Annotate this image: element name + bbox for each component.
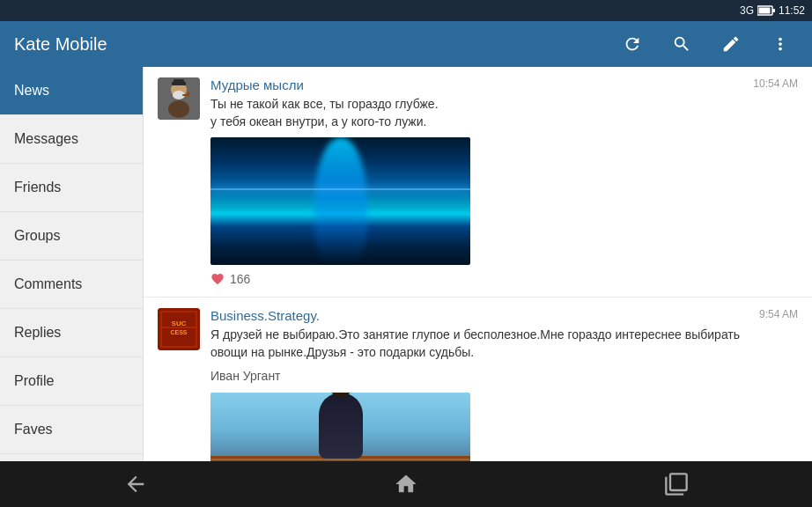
status-bar: 3G 11:52: [0, 0, 812, 21]
status-icons: 3G 11:52: [740, 4, 805, 17]
post-2-time: 9:54 AM: [759, 308, 798, 320]
like-count: 166: [230, 272, 250, 286]
battery-icon: [757, 5, 775, 16]
title-bar: Kate Mobile: [0, 21, 812, 67]
sidebar-item-profile[interactable]: Profile: [0, 357, 143, 406]
recents-button[interactable]: [646, 465, 706, 503]
home-button[interactable]: [376, 465, 436, 503]
app-title: Kate Mobile: [14, 34, 601, 55]
post-2-attribution: Иван Ургант: [210, 368, 798, 386]
svg-rect-2: [758, 8, 770, 14]
svg-rect-1: [772, 9, 775, 12]
underwater-image: [210, 137, 470, 265]
bottom-nav: [0, 461, 812, 507]
post-2-text: Я друзей не выбираю.Это занятие глупое и…: [210, 327, 752, 361]
post-1-image: [210, 137, 470, 265]
svg-rect-8: [188, 92, 189, 96]
bricks-image: [210, 393, 470, 461]
sidebar-item-faves[interactable]: Faves: [0, 406, 143, 454]
sidebar: News Messages Friends Groups Comments Re…: [0, 67, 144, 461]
light-beam: [314, 137, 367, 265]
main-content: News Messages Friends Groups Comments Re…: [0, 67, 812, 461]
feed: Мудрые мысли Ты не такой как все, ты гор…: [144, 67, 812, 461]
svg-rect-10: [173, 79, 184, 84]
post-2-header: SUC CESS Business.Strategy. Я друзей не …: [158, 308, 798, 361]
svg-text:CESS: CESS: [170, 329, 187, 335]
post-1: Мудрые мысли Ты не такой как все, ты гор…: [144, 67, 812, 298]
post-1-text: Ты не такой как все, ты гораздо глубже.у…: [210, 96, 746, 130]
sidebar-item-replies[interactable]: Replies: [0, 309, 143, 357]
sidebar-item-messages[interactable]: Messages: [0, 115, 143, 164]
post-2: SUC CESS Business.Strategy. Я друзей не …: [144, 298, 812, 461]
post-1-time: 10:54 AM: [753, 77, 798, 90]
post-2-author[interactable]: Business.Strategy.: [210, 308, 752, 323]
post-1-header: Мудрые мысли Ты не такой как все, ты гор…: [158, 77, 798, 130]
water-surface: [210, 188, 470, 190]
post-1-likes[interactable]: 166: [210, 272, 798, 286]
sidebar-item-news[interactable]: News: [0, 67, 143, 115]
sidebar-item-friends[interactable]: Friends: [0, 164, 143, 212]
clock: 11:52: [779, 4, 805, 17]
avatar-image: [158, 77, 200, 120]
sidebar-item-comments[interactable]: Comments: [0, 261, 143, 309]
back-button[interactable]: [106, 465, 166, 503]
svg-text:SUC: SUC: [172, 320, 187, 327]
like-icon: [210, 272, 225, 286]
post-2-avatar: SUC CESS: [158, 308, 200, 350]
post-1-meta: Мудрые мысли Ты не такой как все, ты гор…: [210, 77, 746, 130]
post-1-avatar: [158, 77, 200, 120]
post-1-author[interactable]: Мудрые мысли: [210, 77, 746, 92]
post-2-meta: Business.Strategy. Я друзей не выбираю.Э…: [210, 308, 752, 361]
post-2-image: [210, 393, 470, 461]
search-button[interactable]: [664, 26, 699, 62]
more-menu-button[interactable]: [763, 26, 798, 62]
compose-button[interactable]: [713, 26, 749, 62]
svg-point-5: [168, 100, 189, 118]
person-torso: [319, 393, 363, 459]
network-indicator: 3G: [740, 4, 754, 17]
business-avatar-image: SUC CESS: [158, 308, 200, 350]
sidebar-item-groups[interactable]: Groups: [0, 212, 143, 261]
refresh-button[interactable]: [615, 26, 650, 62]
